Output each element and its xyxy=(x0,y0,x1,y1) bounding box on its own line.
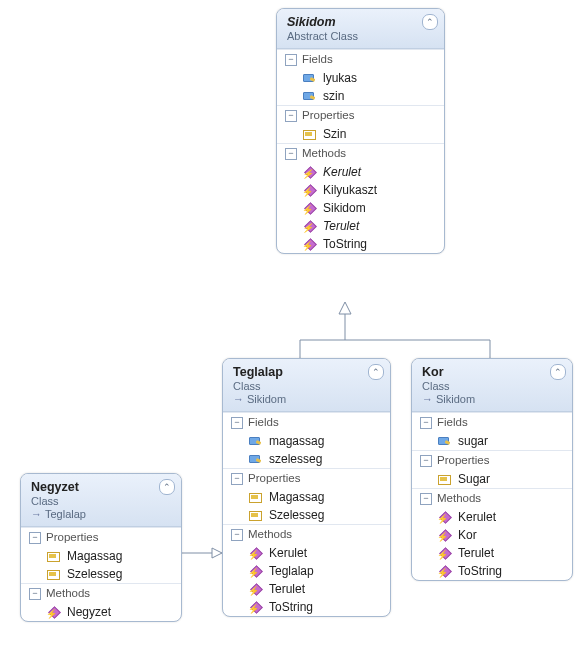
class-teglalap[interactable]: Teglalap Class →Sikidom ⌃ −Fields magass… xyxy=(222,358,391,617)
property-icon xyxy=(438,473,452,485)
member-label: ToString xyxy=(269,600,313,614)
property-icon xyxy=(249,509,263,521)
class-title: Sikidom xyxy=(287,15,436,29)
property-item[interactable]: Szelesseg xyxy=(223,506,390,524)
section-properties[interactable]: −Properties xyxy=(277,105,444,125)
collapse-icon[interactable]: ⌃ xyxy=(422,14,438,30)
section-label: Methods xyxy=(437,492,481,504)
toggle-icon[interactable]: − xyxy=(285,148,297,160)
member-label: Magassag xyxy=(67,549,122,563)
member-label: Kerulet xyxy=(323,165,361,179)
property-item[interactable]: Sugar xyxy=(412,470,572,488)
collapse-icon[interactable]: ⌃ xyxy=(159,479,175,495)
method-item[interactable]: ⚡Terulet xyxy=(277,217,444,235)
toggle-icon[interactable]: − xyxy=(420,455,432,467)
class-subtitle: Class xyxy=(233,380,382,392)
toggle-icon[interactable]: − xyxy=(420,417,432,429)
class-kor[interactable]: Kor Class →Sikidom ⌃ −Fields sugar −Prop… xyxy=(411,358,573,581)
inherit-arrow-icon: → xyxy=(31,508,42,520)
member-label: Szelesseg xyxy=(67,567,122,581)
class-title: Kor xyxy=(422,365,564,379)
method-icon: ⚡ xyxy=(438,529,452,541)
class-inherits: →Teglalap xyxy=(31,508,173,520)
class-inherits: →Sikidom xyxy=(422,393,564,405)
section-methods[interactable]: −Methods xyxy=(277,143,444,163)
method-item[interactable]: ⚡Terulet xyxy=(412,544,572,562)
inherits-label: Teglalap xyxy=(45,508,86,520)
member-label: sugar xyxy=(458,434,488,448)
method-item[interactable]: ⚡Kilyukaszt xyxy=(277,181,444,199)
class-header[interactable]: Sikidom Abstract Class ⌃ xyxy=(277,9,444,49)
property-item[interactable]: Szelesseg xyxy=(21,565,181,583)
collapse-icon[interactable]: ⌃ xyxy=(550,364,566,380)
inherit-arrow-icon: → xyxy=(422,393,433,405)
section-properties[interactable]: −Properties xyxy=(21,527,181,547)
toggle-icon[interactable]: − xyxy=(231,529,243,541)
class-header[interactable]: Negyzet Class →Teglalap ⌃ xyxy=(21,474,181,527)
method-item[interactable]: ⚡Kor xyxy=(412,526,572,544)
section-fields[interactable]: −Fields xyxy=(223,412,390,432)
section-methods[interactable]: −Methods xyxy=(21,583,181,603)
section-methods[interactable]: −Methods xyxy=(223,524,390,544)
property-item[interactable]: Magassag xyxy=(21,547,181,565)
member-label: Szin xyxy=(323,127,346,141)
section-fields[interactable]: −Fields xyxy=(277,49,444,69)
class-header[interactable]: Teglalap Class →Sikidom ⌃ xyxy=(223,359,390,412)
member-label: Terulet xyxy=(458,546,494,560)
section-label: Properties xyxy=(46,531,98,543)
method-icon: ⚡ xyxy=(438,511,452,523)
method-item[interactable]: ⚡ToString xyxy=(223,598,390,616)
method-item[interactable]: ⚡Sikidom xyxy=(277,199,444,217)
member-label: Terulet xyxy=(323,219,359,233)
method-item[interactable]: ⚡Kerulet xyxy=(277,163,444,181)
inherit-arrow-icon: → xyxy=(233,393,244,405)
member-label: Sugar xyxy=(458,472,490,486)
field-item[interactable]: lyukas xyxy=(277,69,444,87)
field-item[interactable]: szin xyxy=(277,87,444,105)
method-item[interactable]: ⚡Terulet xyxy=(223,580,390,598)
method-item[interactable]: ⚡Kerulet xyxy=(412,508,572,526)
method-icon: ⚡ xyxy=(249,565,263,577)
method-icon: ⚡ xyxy=(438,547,452,559)
property-item[interactable]: Magassag xyxy=(223,488,390,506)
field-item[interactable]: magassag xyxy=(223,432,390,450)
toggle-icon[interactable]: − xyxy=(285,54,297,66)
section-label: Fields xyxy=(437,416,468,428)
property-icon xyxy=(249,491,263,503)
member-label: Kerulet xyxy=(269,546,307,560)
member-label: lyukas xyxy=(323,71,357,85)
toggle-icon[interactable]: − xyxy=(231,417,243,429)
method-icon: ⚡ xyxy=(47,606,61,618)
class-header[interactable]: Kor Class →Sikidom ⌃ xyxy=(412,359,572,412)
property-icon xyxy=(47,550,61,562)
method-item[interactable]: ⚡ToString xyxy=(412,562,572,580)
toggle-icon[interactable]: − xyxy=(420,493,432,505)
member-label: Kor xyxy=(458,528,477,542)
collapse-icon[interactable]: ⌃ xyxy=(368,364,384,380)
method-item[interactable]: ⚡Teglalap xyxy=(223,562,390,580)
property-item[interactable]: Szin xyxy=(277,125,444,143)
section-label: Properties xyxy=(248,472,300,484)
method-item[interactable]: ⚡ToString xyxy=(277,235,444,253)
section-fields[interactable]: −Fields xyxy=(412,412,572,432)
field-icon xyxy=(249,435,263,447)
section-methods[interactable]: −Methods xyxy=(412,488,572,508)
member-label: Szelesseg xyxy=(269,508,324,522)
member-label: magassag xyxy=(269,434,324,448)
toggle-icon[interactable]: − xyxy=(29,588,41,600)
inherits-label: Sikidom xyxy=(247,393,286,405)
class-subtitle: Class xyxy=(31,495,173,507)
section-label: Methods xyxy=(46,587,90,599)
toggle-icon[interactable]: − xyxy=(231,473,243,485)
toggle-icon[interactable]: − xyxy=(29,532,41,544)
toggle-icon[interactable]: − xyxy=(285,110,297,122)
section-properties[interactable]: −Properties xyxy=(223,468,390,488)
method-item[interactable]: ⚡Kerulet xyxy=(223,544,390,562)
field-item[interactable]: sugar xyxy=(412,432,572,450)
class-sikidom[interactable]: Sikidom Abstract Class ⌃ −Fields lyukas … xyxy=(276,8,445,254)
method-item[interactable]: ⚡Negyzet xyxy=(21,603,181,621)
section-properties[interactable]: −Properties xyxy=(412,450,572,470)
class-negyzet[interactable]: Negyzet Class →Teglalap ⌃ −Properties Ma… xyxy=(20,473,182,622)
field-item[interactable]: szelesseg xyxy=(223,450,390,468)
section-label: Fields xyxy=(248,416,279,428)
